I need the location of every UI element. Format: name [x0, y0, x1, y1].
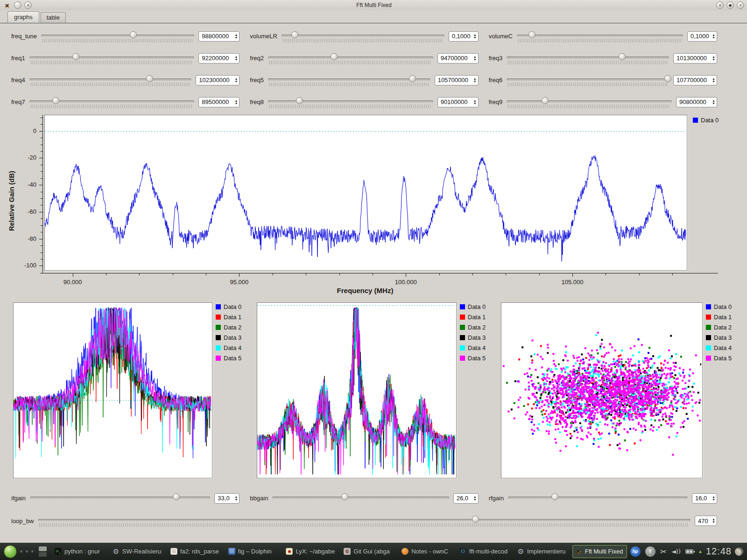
freq6-spinbox[interactable]: 107700000▲▼ [673, 75, 717, 85]
volumeLR-slider-groove[interactable] [282, 35, 444, 37]
rfgain-spinbox[interactable]: 16,0▲▼ [692, 493, 717, 504]
volumeLR-spinbox[interactable]: 0,1000▲▼ [449, 31, 479, 42]
spin-down-icon[interactable]: ▼ [712, 521, 715, 524]
rfgain-slider[interactable] [508, 492, 688, 505]
freq1-slider-handle[interactable] [72, 53, 79, 60]
taskbar-item-git-gui-abga[interactable]: GGit Gui (abga [341, 545, 395, 558]
scissors-icon[interactable]: ✂ [660, 547, 667, 556]
freq2-slider[interactable] [268, 52, 433, 65]
freq6-slider-handle[interactable] [664, 75, 671, 82]
battery-icon[interactable] [685, 549, 693, 554]
taskbar-item-lyx-abgabe[interactable]: LyX: ~/abgabe [283, 545, 338, 558]
hp-icon[interactable]: hp [630, 546, 641, 557]
freq9-slider[interactable] [507, 96, 672, 109]
tab-graphs[interactable]: graphs [7, 11, 39, 23]
loop_bw-slider-groove[interactable] [38, 519, 691, 521]
freq5-slider-handle[interactable] [409, 75, 416, 82]
launcher-orb-icon[interactable] [4, 545, 17, 558]
freq2-slider-handle[interactable] [331, 53, 338, 60]
rfgain-slider-groove[interactable] [508, 497, 688, 499]
loop_bw-slider-handle[interactable] [472, 516, 479, 523]
freq1-slider[interactable] [29, 52, 195, 65]
spin-down-icon[interactable]: ▼ [712, 36, 715, 39]
freq_tune-spinbox[interactable]: 98800000▲▼ [198, 31, 240, 42]
freq1-slider-groove[interactable] [29, 56, 195, 59]
freq4-slider-handle[interactable] [146, 75, 153, 82]
shade-button-icon[interactable]: ∧ [24, 1, 32, 9]
sticky-button-icon[interactable]: · [14, 1, 21, 9]
freq3-slider-handle[interactable] [619, 53, 626, 60]
arrow-up-icon[interactable]: ▲ [698, 549, 703, 554]
spin-down-icon[interactable]: ▼ [234, 102, 238, 105]
spin-down-icon[interactable]: ▼ [712, 58, 715, 61]
tab-table[interactable]: table [41, 12, 66, 23]
freq9-slider-groove[interactable] [507, 100, 672, 103]
bbgain-slider-handle[interactable] [341, 493, 348, 500]
loop_bw-slider[interactable] [38, 514, 691, 527]
freq1-spinbox[interactable]: 92200000▲▼ [198, 53, 240, 63]
ifgain-slider[interactable] [30, 492, 210, 505]
freq3-slider-groove[interactable] [507, 56, 669, 59]
freq7-spinbox[interactable]: 89500000▲▼ [198, 97, 240, 107]
rfgain-slider-handle[interactable] [551, 493, 558, 500]
freq7-slider[interactable] [29, 96, 195, 109]
freq8-slider-groove[interactable] [268, 100, 433, 103]
spin-down-icon[interactable]: ▼ [473, 36, 477, 39]
volumeLR-slider-handle[interactable] [291, 31, 298, 38]
moon-widget-icon[interactable] [735, 547, 743, 556]
main-plot-canvas[interactable] [45, 115, 686, 269]
taskbar-item-python-gnur[interactable]: >_python : gnur [52, 545, 106, 558]
freq_tune-slider-handle[interactable] [130, 31, 137, 38]
spin-down-icon[interactable]: ▼ [234, 36, 238, 39]
taskbar-item-fft-multi-fixed[interactable]: ×Fft Multi Fixed [572, 545, 627, 558]
maximize-button-icon[interactable]: ◆ [726, 1, 734, 9]
minimize-button-icon[interactable]: ∨ [716, 1, 724, 9]
freq8-slider[interactable] [268, 96, 433, 109]
volumeC-slider[interactable] [517, 30, 683, 43]
loop_bw-spinbox[interactable]: 470▲▼ [695, 516, 717, 526]
volumeC-spinbox[interactable]: 0,1000▲▼ [687, 31, 717, 42]
virtual-desktop-pager[interactable] [39, 546, 47, 557]
freq2-spinbox[interactable]: 94700000▲▼ [437, 53, 479, 63]
taskbar-item-fig-dolphin[interactable]: fig – Dolphin [226, 545, 280, 558]
freq8-slider-handle[interactable] [296, 97, 303, 104]
freq5-slider-groove[interactable] [268, 78, 430, 81]
freq2-slider-groove[interactable] [268, 56, 433, 59]
freq6-slider[interactable] [507, 74, 669, 87]
volumeLR-slider[interactable] [282, 30, 444, 43]
volumeC-slider-groove[interactable] [517, 35, 683, 37]
taskbar-item-notes-ownc[interactable]: Notes - ownC [399, 545, 453, 558]
freq5-slider[interactable] [268, 74, 430, 87]
clock[interactable]: 12:48 [706, 546, 732, 557]
ifgain-spinbox[interactable]: 33,0▲▼ [214, 493, 240, 504]
freq9-slider-handle[interactable] [542, 97, 549, 104]
freq6-slider-groove[interactable] [507, 78, 669, 81]
freq3-slider[interactable] [507, 52, 669, 65]
taskbar-item-fa2-rds-parse[interactable]: fa2: rds_parse [168, 545, 222, 558]
spin-down-icon[interactable]: ▼ [234, 58, 238, 61]
spin-down-icon[interactable]: ▼ [712, 498, 715, 501]
spin-down-icon[interactable]: ▼ [712, 102, 715, 105]
spin-down-icon[interactable]: ▼ [712, 80, 715, 83]
taskbar-item-sw-realisierun[interactable]: ⚙SW-Realisierun [110, 545, 164, 558]
freq9-spinbox[interactable]: 90800000▲▼ [676, 97, 717, 107]
y-icon[interactable]: Y [645, 546, 655, 557]
taskbar-item-fft-multi-decod[interactable]: {}fft-multi-decod [457, 545, 511, 558]
freq8-spinbox[interactable]: 90100000▲▼ [437, 97, 479, 107]
close-button-icon[interactable]: × [737, 1, 744, 9]
spin-down-icon[interactable]: ▼ [473, 102, 477, 105]
spin-down-icon[interactable]: ▼ [234, 498, 238, 501]
speaker-icon[interactable]: ◄)) [671, 548, 681, 555]
freq4-spinbox[interactable]: 102300000▲▼ [196, 75, 240, 85]
volumeC-slider-handle[interactable] [529, 31, 536, 38]
freq_tune-slider-groove[interactable] [41, 35, 194, 37]
freq4-slider[interactable] [29, 74, 192, 87]
freq5-spinbox[interactable]: 105700000▲▼ [435, 75, 479, 85]
bbgain-slider[interactable] [272, 492, 449, 505]
freq7-slider-handle[interactable] [52, 97, 59, 104]
desktop-1-cell[interactable] [39, 546, 47, 551]
spin-down-icon[interactable]: ▼ [234, 80, 238, 83]
freq3-spinbox[interactable]: 101300000▲▼ [673, 53, 717, 63]
spin-down-icon[interactable]: ▼ [473, 498, 477, 501]
freq4-slider-groove[interactable] [29, 78, 192, 81]
